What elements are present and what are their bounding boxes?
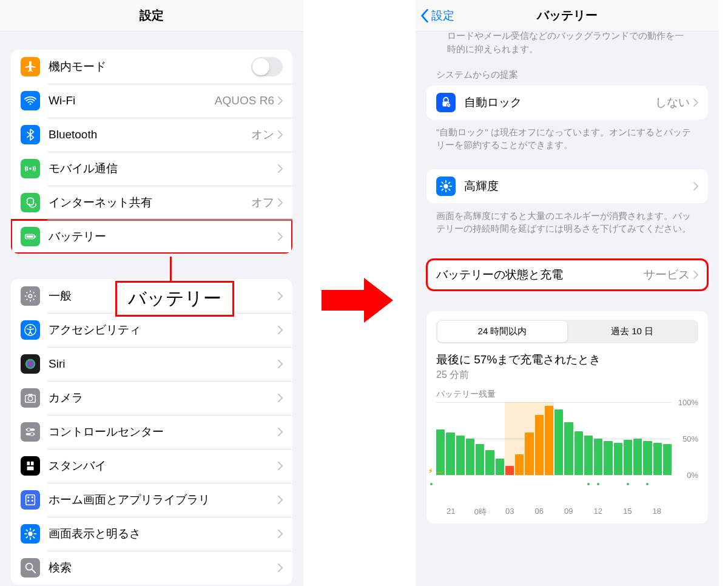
row-standby[interactable]: スタンバイ (11, 449, 292, 483)
activity-dot (587, 483, 590, 485)
svg-rect-19 (26, 495, 35, 505)
x-tick: 21 (436, 507, 466, 517)
bar (476, 444, 484, 474)
svg-point-33 (26, 564, 33, 570)
row-hotspot[interactable]: インターネット共有オフ (11, 186, 292, 220)
battery-screen: 設定 バッテリー ロードやメール受信などのバックグラウンドでの動作を一時的に抑え… (416, 0, 719, 586)
svg-point-1 (29, 167, 32, 170)
x-tick: 12 (584, 507, 613, 517)
row-label: Siri (49, 357, 278, 371)
row-airplane[interactable]: 機内モード (11, 50, 292, 84)
svg-line-30 (33, 537, 35, 538)
svg-rect-4 (35, 235, 36, 238)
airplane-icon (21, 57, 40, 76)
charge-bolt-icon: ⚡︎ (428, 467, 433, 475)
row-wifi[interactable]: Wi-FiAQUOS R6 (11, 84, 292, 118)
bar (633, 439, 642, 475)
chevron-right-icon (693, 271, 698, 279)
row-bluetooth[interactable]: Bluetoothオン (11, 118, 292, 152)
back-button[interactable]: 設定 (420, 8, 454, 24)
seg-24h[interactable]: 24 時間以内 (437, 321, 567, 342)
svg-rect-23 (32, 500, 33, 502)
camera-icon (21, 388, 40, 408)
svg-line-43 (442, 182, 443, 183)
row-label: 画面表示と明るさ (49, 526, 278, 542)
row-label: アクセシビリティ (49, 322, 278, 338)
x-tick: 03 (495, 507, 525, 517)
siri-icon (21, 354, 40, 374)
battery-usage-panel: 24 時間以内 過去 10 日 最後に 57%まで充電されたとき 25 分前 バ… (426, 311, 708, 524)
svg-line-44 (449, 189, 450, 190)
seg-10d[interactable]: 過去 10 日 (567, 321, 697, 342)
row-label: Bluetooth (49, 128, 251, 141)
chevron-right-icon (278, 326, 283, 334)
svg-point-7 (29, 326, 31, 328)
row-battery-health[interactable]: バッテリーの状態と充電 サービス (426, 259, 708, 291)
row-siri[interactable]: Siri (11, 347, 292, 381)
chevron-right-icon (278, 496, 283, 504)
bar (624, 440, 632, 475)
control-icon (21, 422, 40, 442)
time-range-segmented[interactable]: 24 時間以内 過去 10 日 (436, 320, 698, 343)
row-value: オフ (251, 195, 274, 210)
row-search[interactable]: 検索 (11, 551, 292, 585)
svg-rect-18 (27, 466, 34, 470)
callout-battery: バッテリー (115, 281, 234, 317)
svg-point-8 (25, 359, 36, 369)
x-tick: 0時 (466, 507, 496, 517)
svg-point-14 (27, 428, 31, 432)
chevron-right-icon (693, 182, 698, 190)
row-label: モバイル通信 (49, 161, 278, 177)
x-axis: 210時030609121518 (436, 507, 698, 517)
x-tick: 18 (642, 507, 672, 517)
page-title: 設定 (140, 7, 164, 24)
bar (446, 433, 454, 475)
row-autolock[interactable]: 自動ロック しない (426, 86, 708, 120)
y-axis: 100% 50% 0% (672, 402, 698, 475)
chevron-right-icon (278, 96, 283, 105)
row-label: スタンバイ (49, 458, 278, 474)
svg-line-31 (26, 537, 27, 538)
row-accessibility[interactable]: アクセシビリティ (11, 313, 292, 347)
row-high-brightness[interactable]: 高輝度 (426, 169, 708, 203)
row-brightness[interactable]: 画面表示と明るさ (11, 517, 292, 551)
row-label: Wi-Fi (49, 94, 215, 107)
svg-rect-11 (28, 394, 32, 396)
x-tick: 09 (554, 507, 584, 517)
toggle-switch[interactable] (251, 57, 283, 76)
row-home[interactable]: ホーム画面とアプリライブラリ (11, 483, 292, 517)
chevron-right-icon (278, 428, 283, 436)
svg-line-29 (26, 530, 27, 531)
row-label: ホーム画面とアプリライブラリ (49, 492, 278, 508)
row-battery[interactable]: バッテリー (11, 220, 292, 254)
row-control[interactable]: コントロールセンター (11, 415, 292, 449)
bar (496, 459, 504, 474)
row-label: カメラ (49, 390, 278, 406)
bar (584, 436, 593, 475)
row-cellular[interactable]: モバイル通信 (11, 152, 292, 186)
svg-point-38 (443, 184, 448, 188)
last-charge-time: 25 分前 (436, 369, 698, 382)
bar (663, 444, 672, 474)
row-camera[interactable]: カメラ (11, 381, 292, 415)
back-label: 設定 (431, 8, 454, 24)
lock-icon (436, 93, 456, 112)
row-battery-health-group: バッテリーの状態と充電 サービス (426, 259, 708, 291)
bar (604, 441, 612, 474)
row-label: バッテリー (49, 229, 278, 244)
row-label: コントロールセンター (49, 424, 278, 440)
gear-icon (21, 286, 40, 306)
svg-point-24 (28, 531, 32, 536)
svg-rect-3 (27, 235, 33, 238)
bar (575, 431, 583, 475)
health-label: バッテリーの状態と充電 (436, 267, 644, 283)
battery-body[interactable]: ロードやメール受信などのバックグラウンドでの動作を一時的に抑えられます。 システ… (416, 32, 719, 586)
cellular-icon (21, 159, 40, 178)
hotspot-icon (21, 193, 40, 212)
battery-icon (21, 227, 40, 246)
chevron-right-icon (278, 530, 283, 538)
brightness-high-icon (436, 177, 456, 196)
svg-line-32 (33, 530, 35, 531)
svg-rect-22 (27, 500, 29, 502)
chevron-right-icon (693, 98, 698, 107)
